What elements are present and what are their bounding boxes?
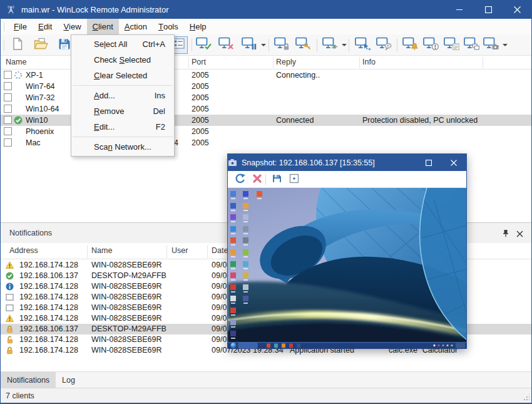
menu-item-check-selected[interactable]: Check Selected xyxy=(71,52,174,68)
client-reply: Connected xyxy=(276,116,314,125)
lock-client-button[interactable] xyxy=(274,36,291,54)
disconnect-button[interactable] xyxy=(218,36,235,54)
snapshot-maximize-button[interactable] xyxy=(416,154,441,171)
snapshot-close-button[interactable] xyxy=(441,154,466,171)
save-snapshot-button[interactable] xyxy=(270,174,284,186)
notification-address: 192.168.174.128 xyxy=(19,335,78,344)
menu-item-clear-selected[interactable]: Clear Selected xyxy=(71,68,174,83)
client-checkbox[interactable] xyxy=(4,71,12,79)
resize-grip[interactable] xyxy=(523,395,529,401)
desktop-shortcut-icon xyxy=(230,319,236,325)
client-name: Win7-64 xyxy=(26,82,55,91)
menubar-item-action[interactable]: Action xyxy=(119,19,153,34)
notes-button[interactable] xyxy=(443,36,461,54)
client-port: 2005 xyxy=(192,138,209,147)
close-button[interactable] xyxy=(503,0,531,19)
alarm-button[interactable] xyxy=(402,36,419,54)
notification-date: 09/0 xyxy=(212,335,227,344)
password-button[interactable] xyxy=(295,36,312,54)
window-icon xyxy=(6,304,14,312)
power-dropdown-arrow[interactable] xyxy=(342,44,347,46)
snapshot-dropdown-arrow[interactable] xyxy=(503,44,508,46)
column-header-port[interactable]: Port xyxy=(192,58,206,66)
pin-icon[interactable] xyxy=(500,228,511,239)
notification-date: 09/0 xyxy=(212,303,227,312)
windows-button[interactable] xyxy=(463,36,481,54)
notification-address: 192.168.106.137 xyxy=(19,324,78,333)
client-port: 2005 xyxy=(192,116,209,125)
notification-date: 09/0 xyxy=(212,271,227,280)
menubar-item-edit[interactable]: Edit xyxy=(33,19,58,34)
menubar-item-view[interactable]: View xyxy=(58,19,86,34)
save-snapshot-icon xyxy=(272,174,282,186)
open-file-icon xyxy=(33,37,49,53)
notification-date: 09/0 xyxy=(212,293,227,301)
open-file-button[interactable] xyxy=(32,36,49,54)
warning-message-button[interactable] xyxy=(422,36,440,54)
column-header-info[interactable]: Info xyxy=(362,58,376,66)
tab-notifications[interactable]: Notifications xyxy=(1,372,56,388)
window-title: main.wr - WinLock Remote Administrator xyxy=(21,5,169,14)
column-header-name[interactable]: Name xyxy=(6,58,26,66)
notification-address: 192.168.174.128 xyxy=(19,314,78,323)
column-header-address[interactable]: Address xyxy=(9,246,38,255)
menu-item-scan-network[interactable]: Scan Network... xyxy=(71,139,174,155)
menubar-item-help[interactable]: Help xyxy=(184,19,212,34)
notification-address: 192.168.174.128 xyxy=(19,346,78,355)
menubar-item-tools[interactable]: Tools xyxy=(153,19,184,34)
client-checkbox[interactable] xyxy=(4,82,12,90)
menu-item-edit[interactable]: Edit...F2 xyxy=(71,119,174,135)
info-icon xyxy=(6,282,14,291)
client-port: 2005 xyxy=(192,82,209,91)
power-button[interactable] xyxy=(322,36,339,54)
column-header-name2[interactable]: Name xyxy=(91,246,112,255)
send-message-button[interactable] xyxy=(376,36,393,54)
connect-icon xyxy=(196,37,212,53)
camera-icon xyxy=(228,158,237,167)
tab-log[interactable]: Log xyxy=(56,372,81,388)
column-header-user[interactable]: User xyxy=(171,246,188,255)
new-file-button[interactable] xyxy=(9,36,26,54)
unlock-icon xyxy=(6,336,14,344)
status-connected-icon xyxy=(14,116,23,125)
desktop-shortcut-icon xyxy=(230,237,236,243)
desktop-shortcut-icon xyxy=(257,191,262,197)
connect-button[interactable] xyxy=(195,36,213,54)
alarm-icon xyxy=(402,37,419,53)
client-name: XP-1 xyxy=(26,71,43,80)
notification-name: WIN-0828SEBE69R xyxy=(91,261,162,269)
status-connecting-icon xyxy=(14,71,23,80)
notification-address: 192.168.174.128 xyxy=(19,261,78,269)
menubar-item-client[interactable]: Client xyxy=(87,19,119,34)
suspend-button[interactable] xyxy=(241,36,258,54)
close-panel-icon[interactable] xyxy=(514,228,525,239)
fit-to-window-button[interactable] xyxy=(287,174,301,186)
disconnect-icon xyxy=(218,37,235,53)
column-header-date[interactable]: Date xyxy=(212,246,228,255)
menu-separator xyxy=(73,85,173,86)
status-bar: 7 clients xyxy=(1,388,531,403)
delete-snapshot-button[interactable] xyxy=(250,174,264,186)
client-checkbox[interactable] xyxy=(4,138,12,147)
desktop-snapshot-image xyxy=(228,188,466,349)
maximize-button[interactable] xyxy=(474,0,503,19)
suspend-dropdown-arrow[interactable] xyxy=(261,44,266,46)
toolbar-separator xyxy=(317,39,317,51)
menu-item-select-all[interactable]: Select AllCtrl+A xyxy=(71,36,174,52)
desktop-shortcut-icon xyxy=(230,331,236,336)
remote-control-button[interactable] xyxy=(354,36,372,54)
column-header-reply[interactable]: Reply xyxy=(276,58,296,66)
minimize-button[interactable] xyxy=(445,0,474,19)
snapshot-button[interactable] xyxy=(483,36,500,54)
client-checkbox[interactable] xyxy=(4,127,12,135)
menubar-item-file[interactable]: File xyxy=(8,19,33,34)
client-checkbox[interactable] xyxy=(4,105,12,113)
client-checkbox[interactable] xyxy=(4,93,12,101)
client-name: Win7-32 xyxy=(26,93,55,102)
client-checkbox[interactable] xyxy=(4,116,12,124)
desktop-shortcut-icon xyxy=(243,261,248,267)
menu-item-remove[interactable]: RemoveDel xyxy=(71,103,174,119)
menu-item-add[interactable]: Add...Ins xyxy=(71,88,174,103)
desktop-shortcut-icon xyxy=(243,284,248,290)
refresh-snapshot-button[interactable] xyxy=(233,174,247,186)
